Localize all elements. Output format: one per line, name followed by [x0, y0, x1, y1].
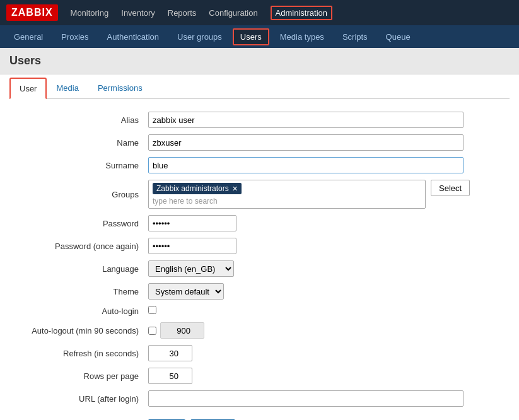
surname-row: Surname	[9, 157, 510, 173]
url-field	[148, 390, 464, 407]
name-label: Name	[9, 138, 148, 148]
top-nav: ZABBIX Monitoring Inventory Reports Conf…	[0, 0, 519, 25]
groups-container: Zabbix administrators ✕ type here to sea…	[148, 180, 470, 209]
subnav-general[interactable]: General	[6, 28, 50, 45]
alias-field	[148, 112, 464, 128]
alias-row: Alias	[9, 112, 510, 128]
group-tag-label: Zabbix administrators	[156, 184, 229, 193]
refresh-label: Refresh (in seconds)	[9, 349, 148, 358]
rows-per-page-input[interactable]	[148, 368, 192, 384]
password-once-input[interactable]	[148, 238, 236, 254]
subnav-authentication[interactable]: Authentication	[100, 28, 166, 45]
autologout-label: Auto-logout (min 90 seconds)	[9, 326, 148, 335]
autologin-row: Auto-login	[9, 306, 510, 316]
nav-reports[interactable]: Reports	[168, 6, 197, 20]
tab-user[interactable]: User	[9, 78, 47, 99]
rows-per-page-row: Rows per page	[9, 368, 510, 384]
password-once-field	[148, 238, 464, 254]
groups-select-button[interactable]: Select	[431, 180, 470, 196]
groups-input-area[interactable]: Zabbix administrators ✕ type here to sea…	[148, 180, 426, 209]
refresh-input[interactable]	[148, 345, 192, 361]
subnav-queue[interactable]: Queue	[378, 28, 418, 45]
password-label: Password	[9, 219, 148, 228]
autologout-row: Auto-logout (min 90 seconds)	[9, 322, 510, 339]
top-nav-links: Monitoring Inventory Reports Configurati…	[71, 6, 332, 20]
subnav-media-types[interactable]: Media types	[272, 28, 332, 45]
subnav-scripts[interactable]: Scripts	[335, 28, 375, 45]
nav-configuration[interactable]: Configuration	[209, 6, 257, 20]
page-title-bar: Users	[0, 48, 519, 74]
subnav-users[interactable]: Users	[233, 28, 269, 45]
url-label: URL (after login)	[9, 394, 148, 404]
tabs: User Media Permissions	[9, 74, 510, 99]
nav-monitoring[interactable]: Monitoring	[71, 6, 109, 20]
content-area: User Media Permissions Alias Name Surnam…	[0, 74, 519, 420]
group-tag: Zabbix administrators ✕	[153, 183, 242, 194]
theme-label: Theme	[9, 287, 148, 296]
autologout-checkbox[interactable]	[148, 327, 156, 335]
password-field	[148, 215, 464, 231]
nav-administration[interactable]: Administration	[271, 6, 332, 20]
language-field: English (en_GB) Chinese (zh_CN) French (…	[148, 260, 464, 277]
language-label: Language	[9, 264, 148, 274]
alias-label: Alias	[9, 115, 148, 125]
groups-row: Groups Zabbix administrators ✕ type here…	[9, 180, 510, 209]
groups-search-placeholder: type here to search	[153, 197, 421, 206]
autologin-field	[148, 306, 464, 316]
password-input[interactable]	[148, 215, 236, 231]
name-field	[148, 134, 464, 151]
group-tag-remove[interactable]: ✕	[232, 185, 238, 193]
language-row: Language English (en_GB) Chinese (zh_CN)…	[9, 260, 510, 277]
subnav-user-groups[interactable]: User groups	[170, 28, 230, 45]
theme-field: System default Blue Dark	[148, 283, 464, 300]
rows-per-page-field	[148, 368, 464, 384]
subnav-proxies[interactable]: Proxies	[54, 28, 96, 45]
nav-inventory[interactable]: Inventory	[121, 6, 155, 20]
user-form: Alias Name Surname Groups	[9, 112, 510, 420]
sub-nav: General Proxies Authentication User grou…	[0, 25, 519, 48]
password-once-label: Password (once again)	[9, 242, 148, 251]
surname-input[interactable]	[148, 157, 464, 173]
autologin-label: Auto-login	[9, 306, 148, 316]
autologout-field	[148, 322, 464, 339]
theme-select[interactable]: System default Blue Dark	[148, 283, 224, 300]
name-input[interactable]	[148, 134, 464, 151]
password-row: Password	[9, 215, 510, 231]
groups-label: Groups	[9, 190, 148, 199]
autologout-input[interactable]	[160, 322, 204, 339]
tab-media[interactable]: Media	[47, 78, 88, 99]
name-row: Name	[9, 134, 510, 151]
alias-input[interactable]	[148, 112, 464, 128]
password-once-row: Password (once again)	[9, 238, 510, 254]
url-input[interactable]	[148, 390, 464, 407]
rows-per-page-label: Rows per page	[9, 371, 148, 381]
refresh-field	[148, 345, 464, 361]
language-select[interactable]: English (en_GB) Chinese (zh_CN) French (…	[148, 260, 234, 277]
page-title: Users	[9, 54, 510, 67]
refresh-row: Refresh (in seconds)	[9, 345, 510, 361]
surname-field	[148, 157, 464, 173]
tab-permissions[interactable]: Permissions	[88, 78, 152, 99]
surname-label: Surname	[9, 161, 148, 170]
url-row: URL (after login)	[9, 390, 510, 407]
theme-row: Theme System default Blue Dark	[9, 283, 510, 300]
autologin-checkbox[interactable]	[148, 306, 156, 314]
logo: ZABBIX	[6, 4, 58, 21]
